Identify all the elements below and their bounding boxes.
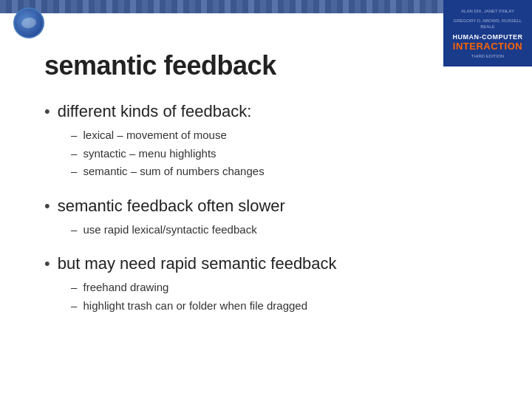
bullet-heading-text-3: but may need rapid semantic feedback xyxy=(58,254,337,273)
bullet-heading-3: • but may need rapid semantic feedback xyxy=(44,254,495,273)
bullet-heading-text-2: semantic feedback often slower xyxy=(58,197,285,216)
list-item: – semantic – sum of numbers changes xyxy=(71,163,495,180)
list-item: – highlight trash can or folder when fil… xyxy=(71,298,495,315)
bullet-dot-2: • xyxy=(44,197,50,216)
bullet-heading-text-1: different kinds of feedback: xyxy=(58,102,252,121)
bullet-section-2: • semantic feedback often slower – use r… xyxy=(44,197,495,239)
bullet-section-3: • but may need rapid semantic feedback –… xyxy=(44,254,495,314)
sub-items-2: – use rapid lexical/syntactic feedback xyxy=(71,222,495,239)
bullet-dot-3: • xyxy=(44,254,50,273)
bullet-heading-2: • semantic feedback often slower xyxy=(44,197,495,216)
list-item: – freehand drawing xyxy=(71,279,495,296)
page-title: semantic feedback xyxy=(44,50,495,81)
logo-circle xyxy=(13,7,44,38)
bullet-heading-1: • different kinds of feedback: xyxy=(44,102,495,121)
sub-items-3: – freehand drawing – highlight trash can… xyxy=(71,279,495,314)
sub-items-1: – lexical – movement of mouse – syntacti… xyxy=(71,127,495,180)
list-item: – use rapid lexical/syntactic feedback xyxy=(71,222,495,239)
list-item: – syntactic – menu highlights xyxy=(71,146,495,163)
bullet-section-1: • different kinds of feedback: – lexical… xyxy=(44,102,495,180)
list-item: – lexical – movement of mouse xyxy=(71,127,495,144)
bullet-dot-1: • xyxy=(44,102,50,121)
main-content: semantic feedback • different kinds of f… xyxy=(0,13,532,399)
